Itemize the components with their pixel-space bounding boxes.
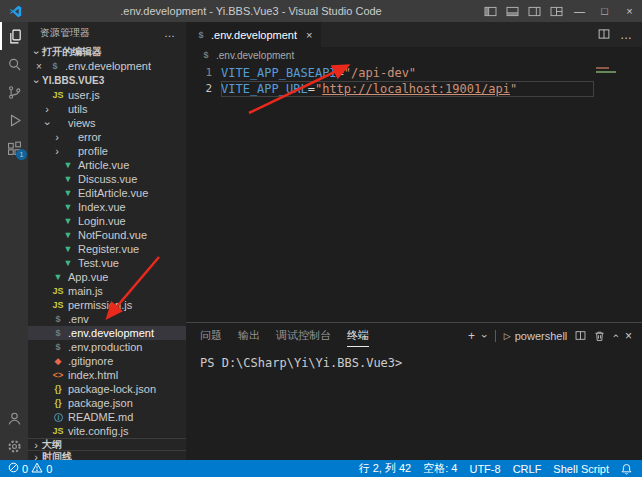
- tree-item-Test.vue[interactable]: ▼Test.vue: [28, 256, 186, 270]
- tree-item-.env.development[interactable]: $.env.development: [28, 326, 186, 340]
- activity-bar-bottom: [0, 404, 28, 460]
- vue-file-icon: ▼: [62, 174, 74, 184]
- minimap[interactable]: [596, 67, 618, 75]
- tree-item-package-lock.json[interactable]: {}package-lock.json: [28, 382, 186, 396]
- file-label: permission.js: [68, 299, 132, 311]
- tree-item-vite.config.js[interactable]: JSvite.config.js: [28, 424, 186, 438]
- run-debug-icon[interactable]: [0, 106, 28, 134]
- outline-section-header[interactable]: › 大纲: [28, 438, 186, 450]
- panel-tab-终端[interactable]: 终端: [347, 324, 369, 347]
- language-mode[interactable]: Shell Script: [553, 463, 609, 475]
- search-icon[interactable]: [0, 50, 28, 78]
- file-label: App.vue: [68, 271, 108, 283]
- tree-item-main.js[interactable]: JSmain.js: [28, 284, 186, 298]
- token-key: VITE_APP_URL: [221, 82, 308, 96]
- file-label: .gitignore: [68, 355, 113, 367]
- toggle-sidebar-icon[interactable]: [479, 6, 501, 17]
- tree-item-views[interactable]: ›views: [28, 116, 186, 130]
- warning-count: 0: [46, 463, 52, 475]
- tree-item-Index.vue[interactable]: ▼Index.vue: [28, 200, 186, 214]
- tree-item-utils[interactable]: ›utils: [28, 102, 186, 116]
- line-number: 2: [186, 81, 212, 97]
- close-editor-icon[interactable]: ×: [36, 61, 46, 72]
- maximize-panel-icon[interactable]: ›: [609, 334, 621, 338]
- tree-item-index.html[interactable]: <>index.html: [28, 368, 186, 382]
- customize-layout-icon[interactable]: [545, 6, 567, 17]
- panel-tab-调试控制台[interactable]: 调试控制台: [276, 324, 331, 347]
- tree-item-.env[interactable]: $.env: [28, 312, 186, 326]
- problems-status[interactable]: 0 0: [8, 462, 52, 475]
- tree-item-README.md[interactable]: iREADME.md: [28, 410, 186, 424]
- file-label: EditArticle.vue: [78, 187, 148, 199]
- vue-file-icon: ▼: [62, 258, 74, 268]
- maximize-button[interactable]: □: [592, 0, 617, 22]
- tree-item-profile[interactable]: ›profile: [28, 144, 186, 158]
- tree-item-NotFound.vue[interactable]: ▼NotFound.vue: [28, 228, 186, 242]
- open-editor-item[interactable]: × $ .env.development: [28, 59, 186, 73]
- open-editors-header[interactable]: › 打开的编辑器: [28, 44, 186, 59]
- tree-item-error[interactable]: ›error: [28, 130, 186, 144]
- terminal-dropdown-icon[interactable]: ›: [479, 334, 491, 338]
- tree-item-package.json[interactable]: {}package.json: [28, 396, 186, 410]
- tree-item-Article.vue[interactable]: ▼Article.vue: [28, 158, 186, 172]
- terminal-play-icon: ▷: [504, 331, 511, 341]
- minimize-button[interactable]: —: [567, 0, 592, 22]
- tree-item-App.vue[interactable]: ▼App.vue: [28, 270, 186, 284]
- vue-file-icon: ▼: [62, 160, 74, 170]
- kill-terminal-trash-icon[interactable]: [594, 330, 605, 342]
- file-label: Discuss.vue: [78, 173, 137, 185]
- split-editor-icon[interactable]: [598, 26, 610, 44]
- close-panel-icon[interactable]: ×: [625, 329, 632, 343]
- extensions-icon[interactable]: 1: [0, 134, 28, 162]
- tree-item-Discuss.vue[interactable]: ▼Discuss.vue: [28, 172, 186, 186]
- panel-tab-输出[interactable]: 输出: [238, 324, 260, 347]
- tree-item-.gitignore[interactable]: ◆.gitignore: [28, 354, 186, 368]
- extensions-badge: 1: [16, 149, 27, 160]
- tab-env-development[interactable]: $ .env.development ×: [186, 22, 321, 47]
- file-label: Article.vue: [78, 159, 129, 171]
- new-terminal-icon[interactable]: +: [468, 329, 475, 343]
- code-line-2[interactable]: 2VITE_APP_URL="http://localhost:19001/ap…: [186, 81, 642, 97]
- settings-gear-icon[interactable]: [0, 432, 28, 460]
- tree-item-Login.vue[interactable]: ▼Login.vue: [28, 214, 186, 228]
- encoding[interactable]: UTF-8: [469, 463, 500, 475]
- tree-item-EditArticle.vue[interactable]: ▼EditArticle.vue: [28, 186, 186, 200]
- timeline-section-header[interactable]: › 时间线: [28, 450, 186, 460]
- explorer-icon[interactable]: [0, 22, 28, 50]
- chevron-collapsed-icon: ›: [52, 131, 62, 143]
- token-str: "/api-dev": [344, 66, 416, 80]
- tree-item-.env.production[interactable]: $.env.production: [28, 340, 186, 354]
- sidebar-title: 资源管理器: [40, 26, 90, 40]
- accounts-icon[interactable]: [0, 404, 28, 432]
- more-actions-icon[interactable]: …: [620, 32, 632, 38]
- open-editor-filename: .env.development: [65, 60, 151, 72]
- env-file-icon: $: [52, 314, 64, 324]
- chevron-expanded-icon: ›: [31, 47, 43, 57]
- terminal[interactable]: PS D:\CSharp\Yi\Yi.BBS.Vue3>: [186, 348, 642, 378]
- file-tree: JSuser.js›utils›views›error›profile▼Arti…: [28, 88, 186, 438]
- token-strlink[interactable]: http://localhost:19001/api: [322, 82, 510, 96]
- eol-sequence[interactable]: CRLF: [513, 463, 542, 475]
- indentation[interactable]: 空格: 4: [423, 461, 457, 476]
- source-control-icon[interactable]: [0, 78, 28, 106]
- notifications-bell-icon[interactable]: [621, 463, 632, 475]
- toggle-panel-icon[interactable]: [501, 6, 523, 17]
- divider: [495, 330, 496, 342]
- close-window-button[interactable]: ×: [617, 0, 642, 22]
- timeline-label: 时间线: [42, 450, 72, 461]
- code-line-1[interactable]: 1VITE_APP_BASEAPI="/api-dev": [186, 65, 642, 81]
- tree-item-permission.js[interactable]: JSpermission.js: [28, 298, 186, 312]
- breadcrumb-item[interactable]: .env.development: [216, 50, 294, 61]
- close-tab-icon[interactable]: ×: [306, 29, 312, 41]
- cursor-position[interactable]: 行 2, 列 42: [359, 461, 412, 476]
- code-editor[interactable]: 1VITE_APP_BASEAPI="/api-dev"2VITE_APP_UR…: [186, 63, 642, 322]
- panel-tab-问题[interactable]: 问题: [200, 324, 222, 347]
- breadcrumb[interactable]: $ .env.development: [186, 47, 642, 63]
- split-terminal-icon[interactable]: [575, 330, 586, 341]
- tree-item-user.js[interactable]: JSuser.js: [28, 88, 186, 102]
- tree-item-Register.vue[interactable]: ▼Register.vue: [28, 242, 186, 256]
- launch-profile-button[interactable]: ▷ powershell: [504, 330, 568, 342]
- explorer-more-actions-icon[interactable]: …: [164, 27, 176, 39]
- toggle-secondary-sidebar-icon[interactable]: [523, 6, 545, 17]
- project-section-header[interactable]: › YI.BBS.VUE3: [28, 73, 186, 88]
